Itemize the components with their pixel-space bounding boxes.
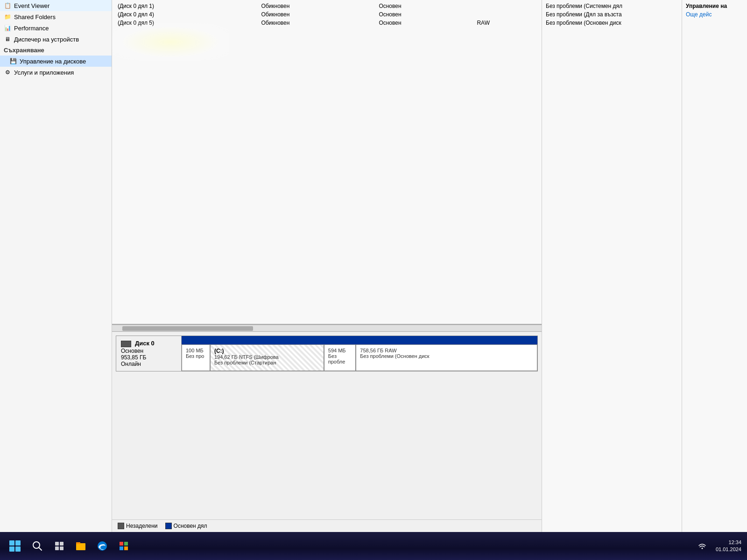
svg-rect-7 [60,542,63,546]
scrollbar-thumb[interactable] [122,326,253,331]
search-button[interactable] [28,537,47,555]
disk-graphic-view: Диск 0 Основен 953,85 ГБ Онлайн [112,331,542,532]
header-seg-1 [182,336,210,344]
wifi-icon [698,542,706,550]
header-seg-2 [210,336,324,344]
taskbar-store[interactable] [115,537,133,555]
partition-fs: RAW [473,19,540,27]
disk0-partitions: 100 МБ Без про (C:) 194,62 ГБ NTFS (Шифр… [182,336,537,371]
taskbar-edge[interactable] [93,537,111,555]
sidebar-item-services[interactable]: ⚙ Услуги и приложения [0,67,112,78]
legend-unallocated: Незаделени [118,523,158,529]
table-row[interactable]: (Диск 0 дял 5) Обикновен Основен RAW [114,19,540,27]
legend-bar: Незаделени Основен дял [112,519,542,532]
legend-primary: Основен дял [165,523,207,529]
partition-type: Обикновен [257,10,375,19]
taskbar-right: 12:34 01.01.2024 [693,537,741,555]
partition-name: (Диск 0 дял 5) [114,19,257,27]
taskbar-file-explorer[interactable] [72,537,90,555]
svg-rect-13 [120,542,123,546]
partition-layout: Основен [375,2,473,10]
disk-drive-icon [121,341,131,347]
sidebar-item-performance[interactable]: 📊 Performance [0,22,112,34]
partition-cell-3[interactable]: 594 МБ Без пробле [324,344,356,371]
disk0-row: Диск 0 Основен 953,85 ГБ Онлайн [116,336,538,371]
taskbar-clock[interactable]: 12:34 01.01.2024 [716,539,741,553]
task-view-icon [54,541,64,551]
header-seg-4 [356,336,537,344]
partition-name: (Диск 0 дял 1) [114,2,257,10]
partition-name: (Диск 0 дял 4) [114,10,257,19]
partition-cell-4[interactable]: 758,56 ГБ RAW Без проблеми (Основен диск [356,344,537,371]
disk-mgmt-icon: 💾 [9,57,17,65]
start-button[interactable] [6,537,24,555]
table-row[interactable]: (Диск 0 дял 1) Обикновен Основен [114,2,540,10]
legend-box-primary [165,523,172,529]
event-viewer-icon: 📋 [4,2,11,9]
svg-rect-16 [124,546,128,550]
horizontal-scrollbar[interactable] [112,325,542,331]
svg-rect-8 [55,546,59,550]
partition-type: Обикновен [257,19,375,27]
actions-panel: Управление на Още дейс [682,0,747,532]
task-view-button[interactable] [50,537,68,555]
disk-partition-table: (Диск 0 дял 1) Обикновен Основен (Диск 0… [114,2,540,27]
svg-rect-11 [76,542,80,544]
partition-cell-2[interactable]: (C:) 194,62 ГБ NTFS (Шифрова Без проблем… [210,344,324,371]
partition-header-bar [182,336,537,344]
disk0-label: Диск 0 Основен 953,85 ГБ Онлайн [116,336,182,371]
partition-fs [473,10,540,19]
svg-rect-15 [120,546,123,550]
taskbar-system-tray[interactable] [693,537,711,555]
content-main: (Диск 0 дял 1) Обикновен Основен (Диск 0… [112,0,747,532]
device-icon: 🖥 [4,35,11,43]
sidebar-item-event-viewer[interactable]: 📋 Event Viewer [0,0,112,11]
partition-layout: Основен [375,19,473,27]
center-content: (Диск 0 дял 1) Обикновен Основен (Диск 0… [112,0,542,532]
sidebar: 📋 Event Viewer 📁 Shared Folders 📊 Perfor… [0,0,112,532]
windows-logo-icon [8,539,21,553]
sidebar-item-shared-folders[interactable]: 📁 Shared Folders [0,11,112,22]
partition-layout: Основен [375,10,473,19]
action-link-more[interactable]: Още дейс [686,10,743,19]
svg-rect-1 [15,540,21,546]
header-seg-3 [324,336,356,344]
top-table[interactable]: (Диск 0 дял 1) Обикновен Основен (Диск 0… [112,0,542,325]
edge-icon [97,540,108,552]
sidebar-item-storage-header: Съхраняване [0,45,112,56]
table-row[interactable]: (Диск 0 дял 4) Обикновен Основен [114,10,540,19]
glare-effect [112,23,229,61]
partition-fs [473,2,540,10]
right-status-panel: Без проблеми (Системен дял Без проблеми … [542,0,682,532]
svg-rect-10 [76,543,85,550]
taskbar: 12:34 01.01.2024 [0,532,747,560]
store-icon [118,540,129,552]
svg-rect-3 [15,546,21,552]
svg-rect-14 [124,542,128,546]
folder-icon: 📁 [4,13,11,21]
file-explorer-icon [75,540,86,552]
sidebar-item-device-manager[interactable]: 🖥 Диспечер на устройств [0,34,112,45]
legend-box-unallocated [118,523,124,529]
svg-rect-6 [55,542,59,546]
content-area: (Диск 0 дял 1) Обикновен Основен (Диск 0… [112,0,747,532]
services-icon: ⚙ [4,69,11,76]
svg-rect-0 [9,540,14,546]
partition-type: Обикновен [257,2,375,10]
sidebar-item-disk-management[interactable]: 💾 Управление на дискове [0,56,112,67]
svg-rect-9 [60,546,63,550]
svg-line-5 [39,548,42,551]
disk0-name: Диск 0 [121,340,176,347]
partition-cells: 100 МБ Без про (C:) 194,62 ГБ NTFS (Шифр… [182,344,537,371]
partition-cell-1[interactable]: 100 МБ Без про [182,344,210,371]
performance-icon: 📊 [4,24,11,32]
search-icon [32,541,42,551]
svg-point-17 [701,548,703,549]
svg-rect-2 [9,546,14,552]
